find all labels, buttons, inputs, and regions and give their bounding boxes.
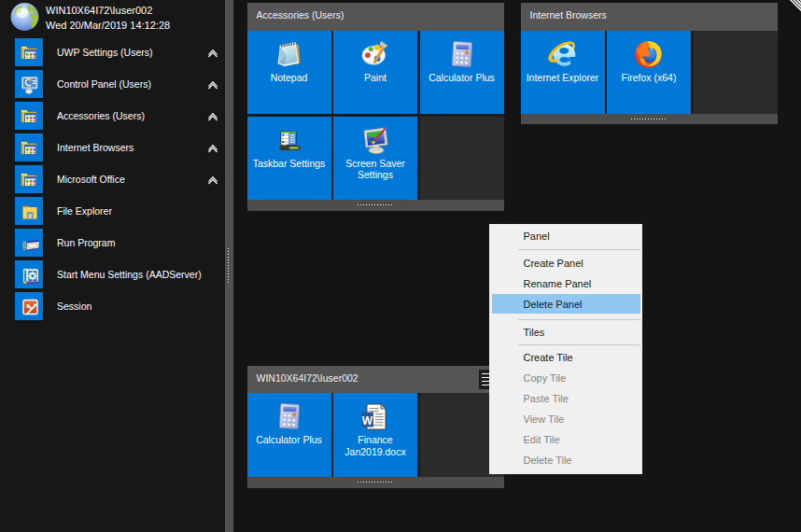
svg-text:W: W [362,414,373,427]
